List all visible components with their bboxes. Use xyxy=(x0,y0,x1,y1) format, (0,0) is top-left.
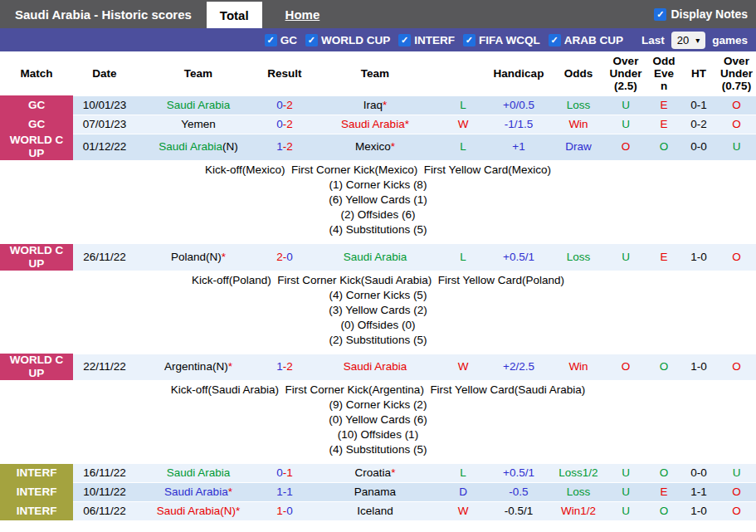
away-team-cell-text[interactable]: * xyxy=(391,466,395,479)
note-stat-line: (4) Substitutions (5) xyxy=(0,222,756,237)
over-under-075-cell: U xyxy=(717,464,756,483)
home-team-cell[interactable]: Argentina(N)* xyxy=(136,354,261,380)
home-team-cell-text[interactable]: Saudi Arabia xyxy=(167,466,231,479)
home-team-cell[interactable]: Saudi Arabia(N)* xyxy=(136,502,261,521)
home-team-cell-text[interactable]: * xyxy=(236,505,240,517)
ht-cell: 0-2 xyxy=(680,115,717,134)
over-under-25-cell: U xyxy=(604,464,647,483)
column-header: Odds xyxy=(553,51,604,95)
last-games-select[interactable]: 20 ▾ xyxy=(671,32,706,49)
away-team-cell-text[interactable]: * xyxy=(383,99,387,111)
home-team-cell[interactable]: Saudi Arabia xyxy=(136,464,261,483)
home-team-cell-text[interactable]: * xyxy=(222,251,226,263)
away-team-cell-text[interactable]: Saudi Arabia xyxy=(344,251,407,263)
filter-label: GC xyxy=(280,34,297,46)
filter-checkbox-world-cup[interactable] xyxy=(305,34,318,46)
away-team-cell-text[interactable]: Saudi Arabia xyxy=(341,118,405,130)
result-cell-text: 1 xyxy=(286,466,293,479)
odd-even-cell: E xyxy=(647,483,680,502)
over-under-25-cell: U xyxy=(604,502,647,521)
column-header: Team xyxy=(136,51,261,95)
filter-checkbox-interf[interactable] xyxy=(398,34,411,46)
note-stat-line: (2) Offsides (6) xyxy=(0,207,756,222)
home-team-cell[interactable]: Saudi Arabia* xyxy=(136,483,261,502)
away-team-cell[interactable]: Panama xyxy=(309,483,441,502)
odd-even-cell: O xyxy=(647,502,680,521)
home-team-cell-text[interactable]: * xyxy=(228,360,232,373)
tab-home[interactable]: Home xyxy=(285,7,320,22)
odds-cell-text: Loss xyxy=(567,251,591,263)
handicap-cell: +0/0.5 xyxy=(485,95,553,115)
wld-cell: L xyxy=(441,95,485,115)
column-header: Over Under (2.5) xyxy=(604,51,647,95)
ht-cell-text: 0-2 xyxy=(690,118,707,130)
filter-label: FIFA WCQL xyxy=(479,34,540,46)
filter-checkbox-gc[interactable] xyxy=(265,34,277,46)
away-team-cell[interactable]: Saudi Arabia xyxy=(309,354,441,380)
wld-cell-text: W xyxy=(458,360,469,373)
ht-cell: 0-0 xyxy=(680,464,717,483)
away-team-cell-text[interactable]: * xyxy=(405,118,409,130)
wld-cell: W xyxy=(441,502,485,521)
away-team-cell-text[interactable]: Mexico xyxy=(355,140,391,153)
match-badge: INTERF xyxy=(0,483,73,502)
home-team-cell-text[interactable]: Yemen xyxy=(181,118,216,130)
away-team-cell[interactable]: Saudi Arabia* xyxy=(309,115,441,134)
home-team-cell[interactable]: Yemen xyxy=(136,115,261,134)
over-under-25-cell: U xyxy=(604,483,647,502)
home-team-cell-text[interactable]: Saudi Arabia xyxy=(157,505,221,517)
chevron-down-icon: ▾ xyxy=(695,36,700,45)
table-row: INTERF10/11/22Saudi Arabia*1-1PanamaD-0.… xyxy=(0,483,756,502)
over-under-075-cell-text: O xyxy=(732,251,741,263)
filter-item-fifa-wcql: FIFA WCQL xyxy=(463,34,540,46)
over-under-075-cell: O xyxy=(717,354,756,380)
odds-cell-text: Loss xyxy=(567,486,591,498)
filter-checkbox-fifa-wcql[interactable] xyxy=(463,34,476,46)
home-team-cell-text[interactable]: Saudi Arabia xyxy=(164,486,228,498)
away-team-cell[interactable]: Croatia* xyxy=(309,464,441,483)
home-team-cell[interactable]: Poland(N)* xyxy=(136,244,261,271)
filter-checkbox-arab-cup[interactable] xyxy=(549,34,561,46)
away-team-cell-text[interactable]: Iceland xyxy=(357,505,393,517)
note-stat-line: (10) Offsides (1) xyxy=(0,427,756,442)
away-team-cell-text[interactable]: Panama xyxy=(354,486,396,498)
wld-cell: W xyxy=(441,115,485,134)
over-under-25-cell: U xyxy=(604,244,647,271)
away-team-cell-text[interactable]: Saudi Arabia xyxy=(344,360,407,373)
date-cell: 16/11/22 xyxy=(73,464,136,483)
home-team-cell-text[interactable]: (N) xyxy=(206,251,222,263)
result-cell-text: 0 xyxy=(276,99,283,111)
home-team-cell-text[interactable]: (N) xyxy=(222,140,238,153)
home-team-cell-text[interactable]: Poland xyxy=(171,251,206,263)
over-under-25-cell: O xyxy=(604,134,647,160)
home-team-cell-text[interactable]: * xyxy=(228,486,232,498)
result-cell: 1-0 xyxy=(261,502,309,521)
ht-cell: 1-0 xyxy=(680,244,717,271)
over-under-075-cell: O xyxy=(717,483,756,502)
display-notes-checkbox[interactable] xyxy=(654,8,666,21)
home-team-cell-text[interactable]: (N) xyxy=(220,505,236,517)
away-team-cell[interactable]: Saudi Arabia xyxy=(309,244,441,271)
home-team-cell[interactable]: Saudi Arabia(N) xyxy=(136,134,261,160)
home-team-cell[interactable]: Saudi Arabia xyxy=(136,95,261,115)
filter-label: INTERF xyxy=(414,34,455,46)
away-team-cell[interactable]: Iceland xyxy=(309,502,441,521)
home-team-cell-text[interactable]: Saudi Arabia xyxy=(159,140,222,153)
away-team-cell-text[interactable]: * xyxy=(391,140,395,153)
home-team-cell-text[interactable]: (N) xyxy=(212,360,228,373)
away-team-cell[interactable]: Mexico* xyxy=(309,134,441,160)
handicap-cell-text: +0.5/1 xyxy=(503,466,534,479)
note-stat-line: (0) Offsides (0) xyxy=(0,318,756,333)
historic-scores-table: MatchDateTeamResultTeamHandicapOddsOver … xyxy=(0,51,756,520)
away-team-cell-text[interactable]: Iraq xyxy=(363,99,383,111)
away-team-cell[interactable]: Iraq* xyxy=(309,95,441,115)
odds-cell: Win xyxy=(553,354,604,380)
home-team-cell-text[interactable]: Argentina xyxy=(164,360,212,373)
over-under-25-cell-text: O xyxy=(622,360,631,373)
home-team-cell-text[interactable]: Saudi Arabia xyxy=(167,99,231,111)
date-cell: 07/01/23 xyxy=(73,115,136,134)
away-team-cell-text[interactable]: Croatia xyxy=(355,466,392,479)
result-cell-text: 0 xyxy=(286,251,293,263)
page-title: Saudi Arabia - Historic scores xyxy=(0,7,192,22)
tab-total[interactable]: Total xyxy=(207,2,262,28)
